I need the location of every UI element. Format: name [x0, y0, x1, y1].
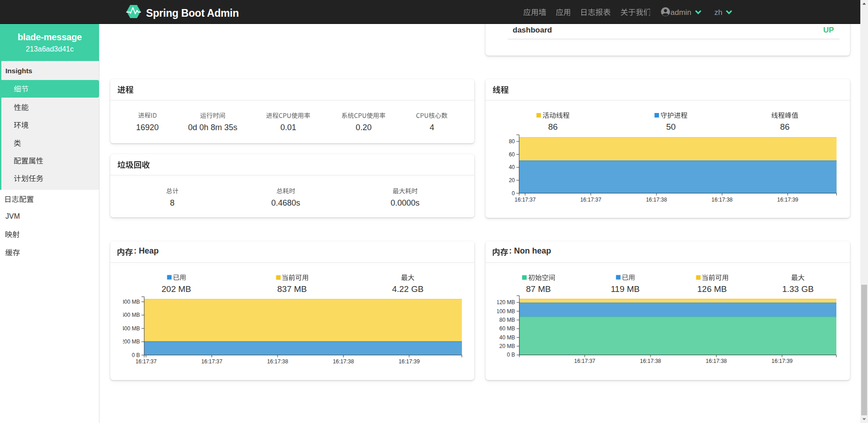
svg-text:40: 40	[509, 164, 515, 170]
svg-text:16:17:39: 16:17:39	[777, 197, 798, 203]
svg-text:200 MB: 200 MB	[123, 338, 140, 345]
svg-text:40 MB: 40 MB	[499, 334, 515, 341]
svg-text:16:17:39: 16:17:39	[771, 358, 793, 364]
svg-text:20: 20	[509, 177, 515, 183]
svg-text:16:17:38: 16:17:38	[706, 358, 727, 364]
svg-text:16:17:37: 16:17:37	[136, 358, 157, 365]
svg-text:60 MB: 60 MB	[499, 325, 515, 332]
svg-text:120 MB: 120 MB	[497, 299, 515, 306]
svg-text:600 MB: 600 MB	[123, 312, 140, 318]
svg-text:100 MB: 100 MB	[497, 308, 515, 315]
svg-text:16:17:38: 16:17:38	[646, 197, 667, 203]
svg-text:0 B: 0 B	[507, 352, 515, 358]
svg-text:16:17:37: 16:17:37	[580, 197, 601, 203]
svg-text:800 MB: 800 MB	[123, 299, 140, 305]
svg-text:0 B: 0 B	[132, 352, 140, 358]
svg-text:60: 60	[509, 151, 515, 158]
svg-text:80: 80	[509, 138, 515, 145]
svg-text:16:17:37: 16:17:37	[201, 358, 222, 365]
svg-text:16:17:37: 16:17:37	[514, 197, 536, 203]
svg-text:16:17:39: 16:17:39	[399, 358, 420, 365]
svg-text:20 MB: 20 MB	[499, 343, 515, 349]
svg-text:16:17:38: 16:17:38	[640, 358, 661, 364]
svg-text:0: 0	[512, 190, 515, 197]
svg-text:16:17:38: 16:17:38	[333, 358, 354, 365]
svg-text:16:17:37: 16:17:37	[574, 358, 595, 364]
svg-text:400 MB: 400 MB	[123, 325, 140, 332]
svg-text:80 MB: 80 MB	[499, 317, 515, 323]
svg-text:16:17:38: 16:17:38	[267, 358, 288, 365]
svg-text:16:17:38: 16:17:38	[712, 197, 733, 203]
